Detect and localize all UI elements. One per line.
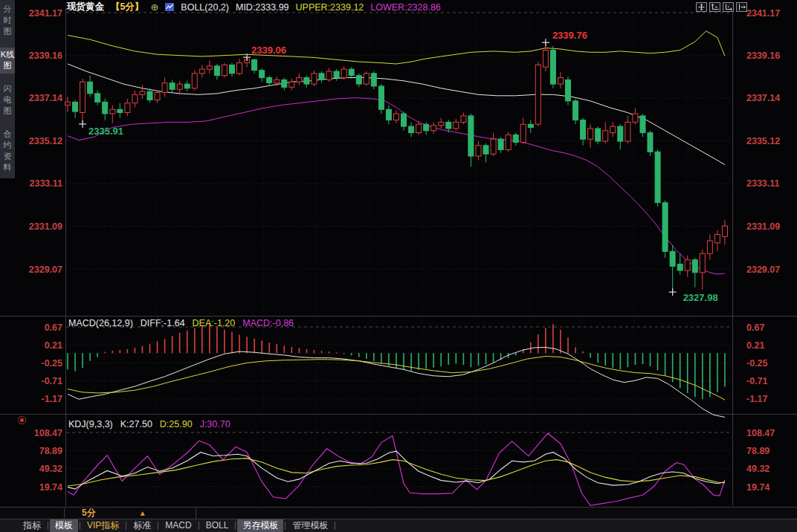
period-selector[interactable]: 5分 ▲ (65, 507, 196, 519)
indicator-dot-icon[interactable] (18, 416, 26, 424)
tab-separator (335, 522, 335, 530)
svg-text:2337.14: 2337.14 (746, 93, 780, 103)
kdj-layer (68, 433, 725, 505)
tab-manage-template[interactable]: 管理模板 (287, 519, 333, 532)
svg-text:49.32: 49.32 (39, 464, 62, 474)
tab-separator (199, 522, 199, 530)
svg-text:2341.17: 2341.17 (29, 8, 62, 19)
zoom-x-axis-button[interactable] (723, 2, 734, 12)
macd-diff-value: DIFF:-1.64 (141, 318, 185, 328)
tab-separator (235, 522, 236, 530)
status-bar: 5分 ▲ (0, 507, 797, 519)
macd-name-label: MACD(26,12,9) (68, 318, 133, 328)
svg-text:2331.09: 2331.09 (29, 221, 62, 232)
boll-lines (68, 31, 725, 274)
move-tool-button[interactable] (696, 2, 707, 12)
svg-text:108.47: 108.47 (34, 428, 62, 438)
tab-indicator[interactable]: 指标 (18, 519, 46, 532)
period-selector-arrow-icon: ▲ (139, 509, 146, 517)
svg-text:-1.17: -1.17 (42, 394, 63, 404)
svg-text:2337.14: 2337.14 (29, 93, 62, 103)
kdj-j-value: J:30.70 (200, 419, 230, 429)
svg-text:2335.12: 2335.12 (29, 136, 62, 146)
pan-right-button[interactable] (736, 2, 747, 12)
svg-text:108.47: 108.47 (746, 428, 775, 438)
tab-separator (126, 522, 126, 530)
tab-separator (48, 522, 48, 530)
svg-text:49.32: 49.32 (746, 464, 769, 474)
tab-template[interactable]: 模板 (50, 519, 78, 532)
svg-text:2339.16: 2339.16 (29, 51, 62, 61)
zoom-y-axis-icon (711, 4, 719, 10)
chart-toolbar (696, 2, 747, 12)
period-label: 【5分】 (111, 1, 143, 13)
bottom-tab-bar: 指标 模板 VIP指标 标准 MACD BOLL 另存模板 管理模板 (0, 519, 797, 532)
move-icon (697, 4, 706, 10)
instrument-title: 现货黄金 (67, 1, 104, 13)
svg-text:-0.25: -0.25 (42, 358, 63, 369)
price-annotations: 2339.062339.762335.912327.98 (79, 30, 718, 303)
sidebar: 分时图 K线图 闪电图 合约资料 (0, 0, 15, 178)
sidebar-item-time-chart[interactable]: 分时图 (0, 2, 15, 39)
svg-text:2327.98: 2327.98 (683, 292, 718, 303)
kdj-header: KDJ(9,3,3) K:27.50 D:25.90 J:30.70 (68, 419, 230, 429)
chart-canvas[interactable]: 2341.172341.172339.162339.162337.142337.… (0, 0, 797, 532)
boll-upper-value: UPPER:2339.12 (296, 2, 364, 13)
trading-app-window: 2341.172341.172339.162339.162337.142337.… (0, 0, 797, 532)
svg-text:2329.07: 2329.07 (29, 265, 62, 275)
status-bar-left-cell (0, 507, 65, 519)
svg-text:2341.17: 2341.17 (746, 8, 780, 19)
svg-text:2339.16: 2339.16 (746, 51, 780, 61)
svg-text:2335.91: 2335.91 (88, 126, 123, 137)
boll-label: BOLL(20,2) (181, 2, 229, 13)
boll-mid-value: MID:2333.99 (236, 2, 289, 13)
svg-text:0.21: 0.21 (45, 340, 62, 351)
main-chart-header: 现货黄金 【5分】 ⊕ BOLL(20,2) MID:2333.99 UPPER… (67, 1, 441, 13)
svg-text:19.74: 19.74 (39, 482, 62, 493)
macd-layer (68, 324, 725, 417)
svg-text:2339.06: 2339.06 (251, 45, 286, 56)
svg-text:19.74: 19.74 (746, 482, 769, 493)
sidebar-item-lightning-chart[interactable]: 闪电图 (0, 82, 15, 119)
svg-text:0.67: 0.67 (746, 322, 764, 333)
tab-save-template[interactable]: 另存模板 (237, 519, 283, 532)
sidebar-item-contract-info[interactable]: 合约资料 (0, 127, 15, 175)
svg-text:2339.76: 2339.76 (552, 30, 587, 41)
tab-vip-indicator[interactable]: VIP指标 (82, 519, 124, 532)
indicator-dot-core (20, 418, 24, 422)
pan-right-icon (738, 4, 746, 10)
sidebar-item-kline-chart[interactable]: K线图 (0, 48, 15, 74)
kdj-k-value: K:27.50 (120, 419, 152, 429)
tab-separator (158, 522, 158, 530)
boll-lower-value: LOWER:2328.86 (370, 2, 441, 13)
tab-boll[interactable]: BOLL (201, 519, 234, 532)
panel-borders (0, 7, 797, 506)
kdj-d-value: D:25.90 (160, 419, 193, 429)
svg-text:0.67: 0.67 (45, 322, 62, 333)
tab-separator (80, 522, 80, 530)
mini-chart-icon (165, 3, 174, 11)
macd-header: MACD(26,12,9) DIFF:-1.64 DEA:-1.20 MACD:… (68, 318, 294, 328)
svg-text:78.89: 78.89 (746, 446, 769, 456)
grid-layer (66, 7, 732, 505)
macd-macd-value: MACD:-0.86 (242, 318, 294, 328)
svg-text:2329.07: 2329.07 (746, 265, 780, 275)
svg-text:2333.11: 2333.11 (30, 178, 63, 189)
period-selector-label: 5分 (82, 507, 96, 519)
tab-macd[interactable]: MACD (160, 519, 196, 532)
tab-standard[interactable]: 标准 (128, 519, 156, 532)
svg-text:0.21: 0.21 (746, 340, 764, 351)
add-indicator-icon[interactable]: ⊕ (150, 1, 158, 13)
svg-text:2333.11: 2333.11 (746, 178, 780, 189)
svg-text:-0.71: -0.71 (42, 376, 63, 386)
zoom-y-axis-button[interactable] (709, 2, 720, 12)
svg-text:-0.71: -0.71 (746, 376, 768, 386)
svg-text:2331.09: 2331.09 (746, 221, 780, 232)
tab-separator (285, 522, 285, 530)
macd-dea-value: DEA:-1.20 (193, 318, 236, 328)
kdj-name-label: KDJ(9,3,3) (68, 419, 113, 429)
svg-text:78.89: 78.89 (39, 446, 62, 456)
svg-text:-0.25: -0.25 (746, 358, 768, 369)
svg-text:-1.17: -1.17 (746, 394, 768, 404)
svg-text:2335.12: 2335.12 (746, 136, 780, 146)
